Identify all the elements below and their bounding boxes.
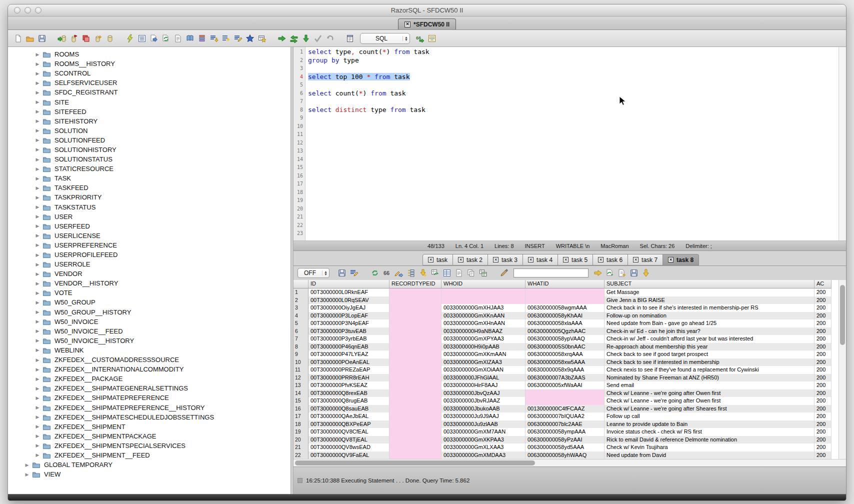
tree-item-w50_group[interactable]: ▶W50_GROUP [8,298,290,307]
close-tab-icon[interactable]: ✕ [633,257,638,262]
cell-activitydate[interactable]: 200 [814,436,832,444]
tree-item-userrole[interactable]: ▶USERROLE [8,260,290,269]
cell-id[interactable]: 00T3000000Q8rugEAB [308,397,390,405]
new-doc-icon[interactable] [454,268,464,278]
cell-activitydate[interactable]: 200 [814,343,832,351]
cell-whoid[interactable]: 0033000000GmXKnAAN [442,312,526,320]
tree-item-solutionhistory[interactable]: ▶SOLUTIONHISTORY [8,145,290,154]
export-refresh-icon[interactable] [605,268,615,278]
row-number-cell[interactable]: 9 [294,350,308,358]
cell-id[interactable]: 00T3000000PfvKSEAZ [308,382,390,390]
tree-item-zkfedex__shipmatescheduledjobssettings[interactable]: ▶ZKFEDEX__SHIPMATESCHEDULEDJOBSSETTINGS [8,412,290,422]
open-file-icon[interactable] [25,34,35,44]
tree-item-vote[interactable]: ▶VOTE [8,288,290,298]
cell-subject[interactable]: Check back to see if good target prospec… [604,350,814,358]
commit-check-icon[interactable] [313,34,323,44]
close-tab-icon[interactable]: ✕ [404,22,410,28]
cell-activitydate[interactable]: 200 [814,350,832,358]
disclosure-triangle-icon[interactable]: ▶ [34,452,40,458]
table-row[interactable]: 2100T3000000QV8wsEAD0033000000GmXLXAA300… [294,444,838,452]
save-icon[interactable] [629,268,639,278]
table-row[interactable]: 2000T3000000QV8TjEAL0033000000GmXKPAA300… [294,436,838,444]
table-row[interactable]: 1200T3000000PRR8rEAH0033000000JFhGlAAL00… [294,374,838,382]
cell-whatid[interactable] [526,390,604,398]
cell-recordtypeid[interactable] [390,335,442,343]
tree-item-site[interactable]: ▶SITE [8,97,290,106]
cell-whoid[interactable]: 0033000000H9aNBAAZ [442,328,526,336]
save-file-icon[interactable] [37,34,47,44]
code-line[interactable] [308,164,838,172]
cell-id[interactable]: 00T3000000P3LopEAF [308,312,390,320]
code-line[interactable]: select type, count(*) from task [308,48,838,56]
code-line[interactable] [308,213,838,222]
tree-item-scontrol[interactable]: ▶SCONTROL [8,68,290,78]
table-row[interactable]: 300T3000000OiyJgEAJ0033000000GmXHJAA3006… [294,304,838,312]
cell-whatid[interactable]: 00630000005S0bnAAC [526,343,604,351]
disclosure-triangle-icon[interactable]: ▶ [34,109,40,114]
database-tree[interactable]: ▶ROOMS▶ROOMS__HISTORY▶SCONTROL▶SELFSERVI… [8,47,291,494]
column-header-whoid[interactable]: WHOID [442,280,526,288]
row-number-cell[interactable]: 11 [294,366,308,374]
row-number-cell[interactable]: 17 [294,412,308,420]
disclosure-triangle-icon[interactable]: ▶ [34,100,40,104]
cell-subject[interactable]: Invoice status check - check w/ RS first [604,428,814,436]
indent-plus-icon[interactable] [221,34,231,44]
cell-whatid[interactable] [526,288,604,296]
cell-id[interactable]: 00T3000000Q8rexEAB [308,390,390,398]
cell-subject[interactable]: Send email [604,382,814,390]
disclosure-triangle-icon[interactable]: ▶ [34,328,40,334]
filter-edit-icon[interactable] [349,268,359,278]
table-row[interactable]: 1300T3000000PfvKSEAZ0033000000HirF8AAJ00… [294,382,838,390]
cell-recordtypeid[interactable] [390,444,442,452]
result-tab-task[interactable]: ✕task [422,254,453,266]
cell-id[interactable]: 00T3000000QV9FaEAL [308,452,390,460]
cell-whatid[interactable]: 00630000005xfWaAAI [526,382,604,390]
favorites-star-icon[interactable] [245,34,255,44]
disclosure-triangle-icon[interactable]: ▶ [34,157,40,162]
results-search-input[interactable] [514,268,588,278]
disclosure-triangle-icon[interactable]: ▶ [34,128,40,133]
table-row[interactable]: 1500T3000000Q8rugEAB0033000000JbvRJAAZCh… [294,397,838,405]
tree-item-zkfedex__shipmategeneralsettings[interactable]: ▶ZKFEDEX__SHIPMATEGENERALSETTINGS [8,384,290,393]
add-connection-icon[interactable] [93,34,103,44]
tree-item-zkfedex__shipmatepreference[interactable]: ▶ZKFEDEX__SHIPMATEPREFERENCE [8,393,290,402]
sql-editor[interactable]: 1234567891011121314151617181920212223 se… [294,47,846,241]
row-number-cell[interactable]: 14 [294,390,308,398]
cell-subject[interactable]: Check back to see if interested in membe… [604,358,814,366]
row-number-cell[interactable]: 7 [294,335,308,343]
cell-whatid[interactable]: 006300000058x9qAAA [526,366,604,374]
cell-whatid[interactable]: 006300000058xlaAAA [526,320,604,328]
disclosure-triangle-icon[interactable]: ▶ [34,414,40,420]
row-number-cell[interactable]: 1 [294,288,308,296]
table-row[interactable]: 200T3000000L0RqSEAVGive Jenn a BIG RAISE… [294,296,838,304]
cell-recordtypeid[interactable] [390,382,442,390]
cell-whatid[interactable]: 00630000005QgzhAAC [526,328,604,336]
cell-subject[interactable]: Re-approach about membership this year [604,343,814,351]
sql-code-area[interactable]: select type, count(*) from taskgroup by … [306,47,838,240]
cell-whoid[interactable]: 0033000000GmXPYAA3 [442,335,526,343]
export-database-icon[interactable] [149,34,159,44]
edit-sql-icon[interactable] [233,34,243,44]
code-line[interactable]: select count(*) from task [308,90,838,98]
cell-id[interactable]: 00T3000000QV8wsEAD [308,444,390,452]
column-header-recordtypeid[interactable]: RECORDTYPEID [390,280,442,288]
disclosure-triangle-icon[interactable]: ▶ [34,62,40,66]
edit-arrow-icon[interactable] [394,268,404,278]
disclosure-triangle-icon[interactable]: ▶ [34,166,40,172]
close-tab-icon[interactable]: ✕ [528,257,534,262]
cell-activitydate[interactable]: 200 [814,288,832,296]
table-row[interactable]: 1900T3000000QV8CfEAL0033000000GmXM7AAN00… [294,428,838,436]
cell-id[interactable]: 00T3000000L0RknEAF [308,288,390,296]
disclosure-triangle-icon[interactable]: ▶ [34,290,40,296]
disclosure-triangle-icon[interactable]: ▶ [34,386,40,391]
disclosure-triangle-icon[interactable]: ▶ [34,396,40,400]
cell-activitydate[interactable]: 200 [814,366,832,374]
code-line[interactable] [308,122,838,131]
column-header-whatid[interactable]: WHATID [526,280,604,288]
cell-activitydate[interactable]: 200 [814,412,832,420]
cell-recordtypeid[interactable] [390,412,442,420]
cell-recordtypeid[interactable] [390,428,442,436]
cell-activitydate[interactable]: 200 [814,382,832,390]
go-forward-icon[interactable] [277,34,287,44]
cell-whatid[interactable]: 00630000007bIQUAA2 [526,412,604,420]
